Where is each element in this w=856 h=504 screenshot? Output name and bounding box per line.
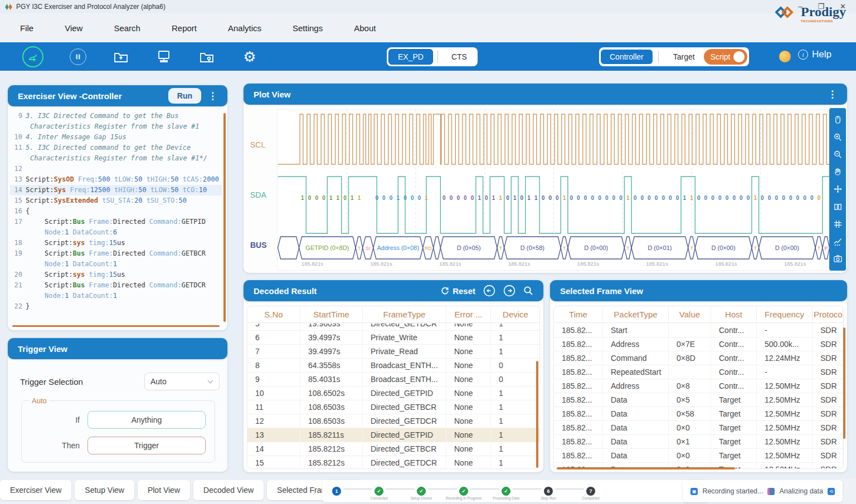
help-button[interactable]: i Help <box>798 49 831 60</box>
code-line-21-wrap[interactable]: Node:1 DataCount:1 <box>10 291 222 301</box>
grid-icon[interactable] <box>833 219 843 229</box>
table-row[interactable]: 11108.6503sDirected_GETBCRNone1 <box>247 400 539 414</box>
menu-item-about[interactable]: About <box>354 23 376 33</box>
column-header-frametype[interactable]: FrameType <box>363 306 446 322</box>
pages-icon[interactable] <box>833 202 843 212</box>
column-header-starttime[interactable]: StartTime <box>300 306 363 322</box>
column-header-error[interactable]: Error ... <box>446 306 491 322</box>
table-row[interactable]: 185.82...Command0×8DContr...12.24MHzSDR <box>554 351 843 365</box>
column-header-frequency[interactable]: Frequency <box>757 306 813 322</box>
theme-color-icon[interactable] <box>779 51 791 62</box>
table-row[interactable]: 10108.6502sDirected_GETPIDNone1 <box>247 386 539 400</box>
table-row[interactable]: 12108.6503sDirected_GETDCRNone1 <box>247 414 539 428</box>
menu-item-analytics[interactable]: Analytics <box>228 23 261 33</box>
plot-menu-icon[interactable]: ⋮ <box>828 89 837 100</box>
code-line-11-wrap[interactable]: Characteristics Register from the slave … <box>10 153 222 164</box>
reset-button[interactable]: Reset <box>441 286 475 296</box>
mode-tab-ex_pd[interactable]: EX_PD <box>388 49 433 65</box>
bottom-tab-exerciser-view[interactable]: Exerciser View <box>0 480 71 500</box>
zoom-in-icon[interactable] <box>833 133 843 143</box>
column-header-host[interactable]: Host <box>711 306 757 322</box>
menu-item-settings[interactable]: Settings <box>293 23 323 33</box>
run-flow-icon[interactable] <box>22 46 43 67</box>
frameview-horizontal-scrollbar[interactable] <box>557 467 735 469</box>
mode-tab-cts[interactable]: CTS <box>442 50 476 64</box>
code-line-21[interactable]: 21Script:Bus Frame:Directed Command:GETD… <box>10 280 222 291</box>
exerciser-vertical-scrollbar[interactable] <box>223 113 226 322</box>
run-button[interactable]: Run <box>168 88 201 104</box>
waveform-canvas[interactable]: 1000110110001000100000101101011000100000… <box>277 109 830 271</box>
code-line-10[interactable]: 104. Inter Message Gap 15us <box>10 132 222 143</box>
menu-item-report[interactable]: Report <box>172 23 197 33</box>
prev-frame-icon[interactable] <box>483 285 495 297</box>
role-tab-target[interactable]: Target <box>664 50 704 64</box>
code-line-19[interactable]: 19Script:Bus Frame:Directed Command:GETB… <box>10 248 222 259</box>
column-header-value[interactable]: Value <box>669 306 711 322</box>
script-editor[interactable]: 93. I3C Directed Command to get the BusC… <box>10 111 222 322</box>
code-line-20[interactable]: 20Script:sys timg:15us <box>10 270 222 280</box>
table-row[interactable]: 185.82...StartContr...-SDR <box>554 324 843 337</box>
column-header-sno[interactable]: S.No <box>247 306 300 322</box>
code-line-17-wrap[interactable]: Node:1 DataCount:6 <box>10 227 222 238</box>
code-line-13[interactable]: 13Script:SysOD Freq:500 tLOW:50 tHIGH:50… <box>10 174 222 185</box>
move-icon[interactable] <box>833 184 843 194</box>
code-line-14[interactable]: 14Script:Sys Freq:12500 tHIGH:50 tLOW:50… <box>10 185 222 195</box>
code-line-15[interactable]: 15Script:SysExtended tSU_STA:20 tSU_STO:… <box>10 195 222 206</box>
code-line-22[interactable]: 22} <box>10 301 222 312</box>
if-condition-button[interactable]: Anything <box>87 411 206 429</box>
table-row[interactable]: 864.3558sBroadcast_ENTH...None0 <box>247 359 539 373</box>
exerciser-menu-icon[interactable]: ⋮ <box>208 90 217 102</box>
mouse-icon[interactable] <box>833 115 843 125</box>
zoom-out-icon[interactable] <box>833 150 843 160</box>
table-row[interactable]: 185.82...RepeatedStartContr...-SDR <box>554 365 843 379</box>
folder-export-icon[interactable] <box>113 48 129 65</box>
table-row[interactable]: 985.4031sBroadcast_ENTH...None0 <box>247 373 539 386</box>
hand-pan-icon[interactable] <box>833 167 843 177</box>
chart-icon[interactable] <box>833 236 843 246</box>
script-toggle[interactable]: Script <box>704 49 748 65</box>
code-line-19-wrap[interactable]: Node:1 DataCount:1 <box>10 259 222 270</box>
trigger-selection-dropdown[interactable]: Auto <box>144 373 220 390</box>
code-line-11[interactable]: 115. I3C Directed command to get the Dev… <box>10 143 222 153</box>
table-row[interactable]: 185.82...Data0×0Target12.50MHzSDR <box>554 449 843 463</box>
menu-item-search[interactable]: Search <box>114 23 140 33</box>
table-row[interactable]: 185.82...Address0×8Contr...12.50MHzSDR <box>554 379 843 393</box>
code-line-9-wrap[interactable]: Characteristics Register from the slave … <box>10 121 222 132</box>
table-row[interactable]: 185.82...Data0×1Target12.50MHzSDR <box>554 435 843 449</box>
code-line-12[interactable]: 12 <box>10 164 222 174</box>
exerciser-horizontal-scrollbar[interactable] <box>12 325 220 327</box>
bottom-tab-setup-view[interactable]: Setup View <box>75 480 134 500</box>
table-row[interactable]: 14185.8212sDirected_GETBCRNone1 <box>247 442 539 456</box>
table-row[interactable]: 519.9609sDirected_GETDCRNone1 <box>247 324 539 331</box>
frameview-vertical-scrollbar[interactable] <box>843 327 845 439</box>
code-line-9[interactable]: 93. I3C Directed Command to get the Bus <box>10 111 222 121</box>
code-line-17[interactable]: 17Script:Bus Frame:Directed Command:GETP… <box>10 217 222 227</box>
camera-icon[interactable] <box>833 253 843 263</box>
settings-gear-icon[interactable]: ⚙ <box>241 48 258 65</box>
table-row[interactable]: 639.4997sPrivate_WriteNone1 <box>247 331 539 345</box>
table-row[interactable]: 739.4997sPrivate_ReadNone1 <box>247 345 539 359</box>
search-icon[interactable] <box>523 286 533 296</box>
menu-item-file[interactable]: File <box>20 23 33 33</box>
table-row[interactable]: 15185.8212sDirected_GETDCRNone1 <box>247 456 539 468</box>
decoded-vertical-scrollbar[interactable] <box>536 361 538 468</box>
table-row[interactable]: 13185.8211sDirected_GETPIDNone1 <box>247 428 539 442</box>
next-frame-icon[interactable] <box>503 285 515 297</box>
column-header-packettype[interactable]: PacketType <box>603 306 669 322</box>
table-row[interactable]: 185.82...Address0×7EContr...500.00k...SD… <box>554 337 843 351</box>
bottom-tab-plot-view[interactable]: Plot View <box>138 480 190 500</box>
column-header-time[interactable]: Time <box>554 306 603 322</box>
table-row[interactable]: 185.82...Data0×5Target12.50MHzSDR <box>554 393 843 407</box>
menu-item-view[interactable]: View <box>65 23 82 33</box>
pause-icon[interactable] <box>70 48 86 65</box>
table-row[interactable]: 185.82...Data0×0Target12.50MHzSDR <box>554 421 843 435</box>
code-line-18[interactable]: 18Script:sys timg:15us <box>10 238 222 248</box>
monitor-icon[interactable] <box>155 48 172 65</box>
code-line-16[interactable]: 16{ <box>10 206 222 217</box>
refresh-status-icon[interactable]: ⟲ <box>828 488 835 495</box>
column-header-device[interactable]: Device <box>491 306 540 322</box>
role-tab-controller[interactable]: Controller <box>601 50 653 64</box>
table-row[interactable]: 185.82...Data0×58Target12.50MHzSDR <box>554 407 843 421</box>
bottom-tab-decoded-view[interactable]: Decoded View <box>193 480 264 500</box>
folder-pin-icon[interactable] <box>198 48 215 65</box>
